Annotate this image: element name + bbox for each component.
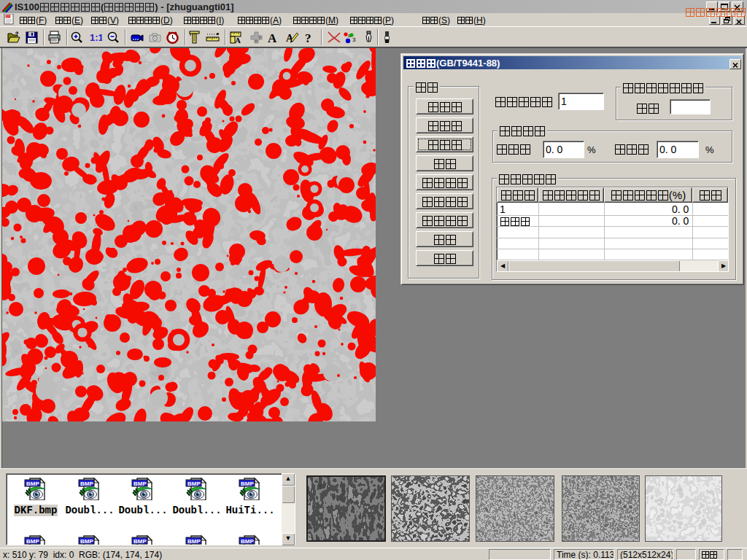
svg-text:BMP: BMP: [241, 538, 254, 545]
svg-text:BMP: BMP: [80, 481, 93, 487]
svg-text:3: 3: [352, 36, 356, 43]
svg-text:BMP: BMP: [80, 538, 93, 545]
svg-text:BMP: BMP: [187, 481, 201, 487]
svg-text:DOC: DOC: [6, 15, 12, 18]
svg-text:1:1: 1:1: [90, 32, 102, 43]
svg-text:BMP: BMP: [241, 481, 254, 487]
svg-text:BMP: BMP: [26, 538, 39, 545]
svg-text:?: ?: [305, 31, 311, 44]
svg-text:BMP: BMP: [133, 538, 147, 545]
svg-text:A: A: [235, 36, 241, 44]
svg-text:A: A: [268, 31, 277, 44]
svg-text:BMP: BMP: [26, 481, 39, 487]
svg-text:BMP: BMP: [133, 481, 147, 487]
svg-text:BMP: BMP: [187, 538, 201, 545]
